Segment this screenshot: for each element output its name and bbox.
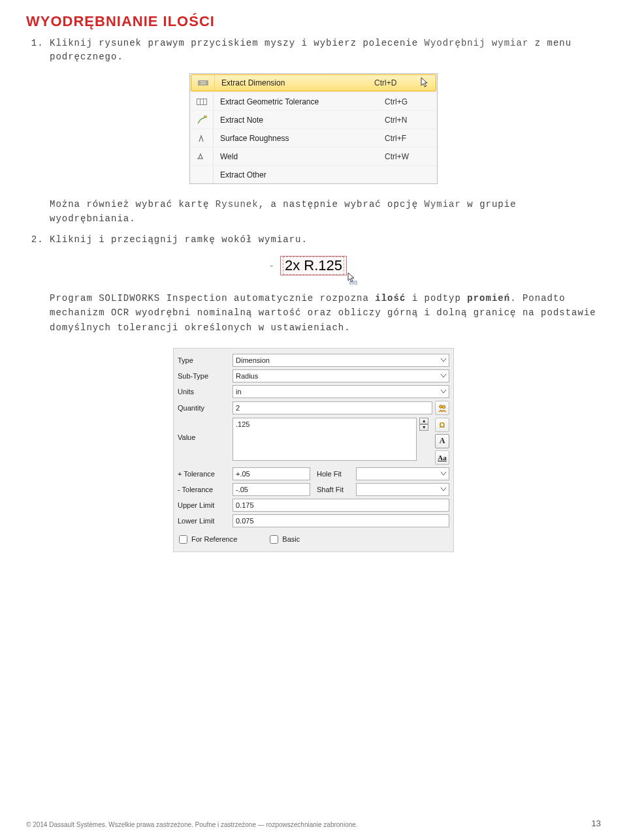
weld-icon — [190, 148, 214, 165]
for-reference-checkbox[interactable]: For Reference — [179, 535, 237, 544]
units-value: in — [236, 388, 242, 396]
menu-shortcut: Ctrl+W — [385, 152, 437, 161]
menu-shortcut: Ctrl+G — [385, 97, 437, 106]
svg-rect-4 — [197, 99, 200, 104]
bold-promien: promień — [467, 293, 510, 303]
selection-figure: - 2x R.125 — [265, 256, 362, 275]
selection-text: 2x R.125 — [283, 257, 344, 275]
footer-copyright: © 2014 Dassault Systèmes. Wszelkie prawa… — [26, 821, 358, 828]
menu-shortcut: Ctrl+N — [385, 116, 437, 125]
svg-rect-6 — [203, 99, 206, 104]
step1-ui: Wyodrębnij wymiar — [424, 38, 528, 48]
menu-label: Surface Roughness — [214, 134, 385, 143]
subtype-label: Sub-Type — [178, 372, 233, 380]
subtype-combo[interactable]: Radius — [233, 369, 449, 382]
text: Program SOLIDWORKS Inspection automatycz… — [50, 293, 375, 303]
hole-fit-combo[interactable] — [356, 467, 449, 480]
context-menu: Extract Dimension Ctrl+D Extract Geometr… — [189, 73, 438, 184]
for-reference-label: For Reference — [191, 535, 237, 543]
menu-item-extract-other[interactable]: Extract Other — [190, 165, 437, 183]
menu-shortcut: Ctrl+F — [385, 134, 437, 143]
geometric-tolerance-icon — [190, 93, 214, 110]
quantity-label: Quantity — [178, 404, 233, 412]
paragraph-after-menu: Można również wybrać kartę Rysunek, a na… — [50, 197, 601, 226]
style-aa-button[interactable]: Aa — [435, 450, 449, 465]
units-label: Units — [178, 388, 233, 396]
minus-tol-label: - Tolerance — [178, 486, 233, 493]
menu-label: Weld — [214, 152, 385, 161]
footer-page-number: 13 — [592, 818, 601, 828]
chevron-down-icon — [441, 358, 446, 363]
for-reference-check[interactable] — [179, 535, 187, 544]
text: Można również wybrać kartę — [50, 199, 216, 210]
page-title: WYODRĘBNIANIE ILOŚCI — [26, 13, 601, 30]
menu-label: Extract Note — [214, 116, 385, 125]
properties-panel: Type Dimension Sub-Type Radius Units — [173, 348, 454, 552]
minus-tol-value: -.05 — [236, 486, 248, 493]
page-footer: © 2014 Dassault Systèmes. Wszelkie prawa… — [26, 818, 601, 828]
basic-checkbox[interactable]: Basic — [270, 535, 300, 544]
value-value: .125 — [236, 420, 249, 428]
surface-roughness-icon — [190, 129, 214, 147]
bold-ilosc: ilość — [375, 293, 406, 303]
text: , a następnie wybrać opcję — [259, 199, 425, 210]
type-value: Dimension — [236, 356, 270, 364]
quantity-users-icon[interactable] — [435, 401, 449, 415]
svg-point-11 — [440, 405, 443, 409]
menu-shortcut: Ctrl+D — [374, 78, 426, 87]
minus-tol-input[interactable]: -.05 — [233, 483, 310, 496]
shaft-fit-label: Shaft Fit — [317, 486, 356, 493]
selection-box[interactable]: 2x R.125 — [280, 256, 347, 275]
menu-label: Extract Geometric Tolerance — [214, 97, 385, 106]
ui-wymiar: Wymiar — [425, 199, 461, 210]
menu-label: Extract Dimension — [215, 78, 374, 87]
lower-limit-label: Lower Limit — [178, 517, 233, 525]
type-combo[interactable]: Dimension — [233, 354, 449, 367]
chevron-down-icon — [441, 471, 446, 476]
note-icon — [190, 111, 214, 129]
plus-tol-input[interactable]: +.05 — [233, 467, 310, 480]
dimension-cursor-icon — [346, 272, 358, 287]
basic-check[interactable] — [270, 535, 278, 544]
svg-rect-7 — [204, 116, 206, 117]
empty-icon — [190, 166, 214, 183]
menu-item-extract-dimension[interactable]: Extract Dimension Ctrl+D — [191, 74, 436, 91]
paragraph-after-selection: Program SOLIDWORKS Inspection automatycz… — [50, 291, 601, 335]
value-label: Value — [178, 418, 233, 441]
step-2: Kliknij i przeciągnij ramkę wokół wymiar… — [50, 233, 601, 247]
type-label: Type — [178, 356, 233, 364]
cursor-icon — [420, 77, 429, 91]
menu-label: Extract Other — [214, 170, 385, 179]
menu-item-surface-roughness[interactable]: Surface Roughness Ctrl+F — [190, 129, 437, 147]
menu-item-weld[interactable]: Weld Ctrl+W — [190, 147, 437, 165]
units-combo[interactable]: in — [233, 385, 449, 398]
shaft-fit-combo[interactable] — [356, 483, 449, 496]
svg-rect-5 — [200, 99, 203, 104]
ui-rysunek: Rysunek — [216, 199, 259, 210]
plus-tol-label: + Tolerance — [178, 470, 233, 478]
upper-limit-label: Upper Limit — [178, 501, 233, 509]
chevron-down-icon — [441, 487, 446, 492]
step-1: Kliknij rysunek prawym przyciskiem myszy… — [50, 37, 601, 64]
text: i podtyp — [406, 293, 467, 303]
lower-limit-value: 0.075 — [236, 517, 254, 525]
menu-item-extract-note[interactable]: Extract Note Ctrl+N — [190, 110, 437, 129]
quantity-value: 2 — [236, 404, 240, 412]
subtype-value: Radius — [236, 372, 258, 380]
chevron-down-icon — [441, 389, 446, 394]
plus-tol-value: +.05 — [236, 470, 250, 478]
lower-limit-input[interactable]: 0.075 — [233, 514, 449, 527]
svg-point-12 — [442, 405, 445, 409]
upper-limit-input[interactable]: 0.175 — [233, 499, 449, 512]
quantity-input[interactable]: 2 — [233, 401, 432, 414]
hole-fit-label: Hole Fit — [317, 470, 356, 478]
omega-button[interactable]: Ω — [435, 418, 449, 432]
style-a-button[interactable]: A — [435, 434, 449, 448]
menu-item-extract-geometric-tolerance[interactable]: Extract Geometric Tolerance Ctrl+G — [190, 92, 437, 110]
basic-label: Basic — [282, 535, 300, 543]
extract-dimension-icon — [191, 75, 215, 91]
value-spinner[interactable]: ▲▼ — [419, 418, 428, 431]
value-textarea[interactable]: .125 — [233, 418, 417, 461]
dash-decor: - — [270, 260, 273, 272]
chevron-down-icon — [441, 373, 446, 379]
